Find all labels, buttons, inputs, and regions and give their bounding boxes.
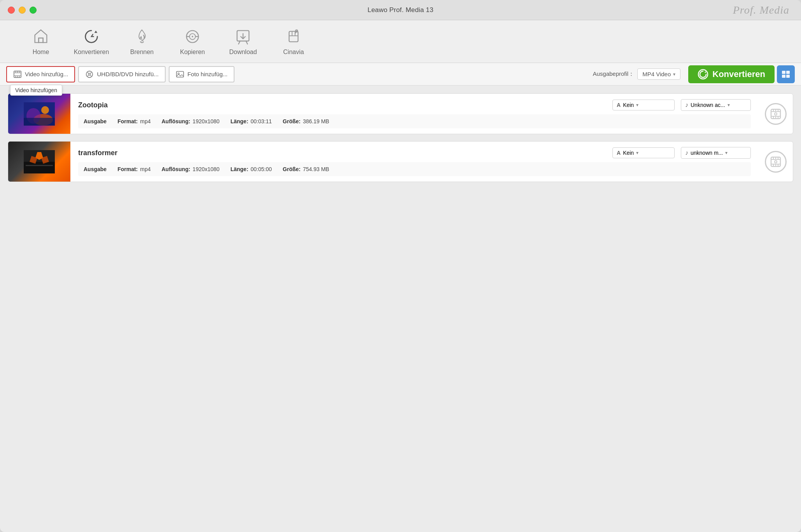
svg-rect-25: [177, 71, 184, 77]
main-toolbar: Home Konvertieren Brennen: [0, 20, 801, 63]
copy-icon: [184, 28, 201, 46]
video-add-container: Video hinzufüg... Video hinzufügen: [6, 66, 78, 82]
convert-icon: [82, 28, 100, 46]
file-details-zootopia: Ausgabe Format: mp4 Auflösung: 1920x1080…: [78, 114, 751, 128]
file-details-transformer: Ausgabe Format: mp4 Auflösung: 1920x1080…: [78, 162, 751, 176]
aufloesung-label: Auflösung:: [161, 118, 190, 124]
nav-brennen[interactable]: Brennen: [117, 24, 167, 59]
cinavia-icon: [285, 28, 303, 46]
minimize-button[interactable]: [19, 7, 26, 14]
subtitle-value-transformer: Kein: [623, 150, 634, 156]
nav-kopieren[interactable]: Kopieren: [167, 24, 218, 59]
home-icon: [32, 28, 50, 46]
duration-pair-2: Länge: 00:05:00: [231, 166, 272, 172]
nav-home[interactable]: Home: [16, 24, 66, 59]
close-button[interactable]: [8, 7, 15, 14]
add-uhd-button[interactable]: UHD/BD/DVD hinzufü...: [78, 66, 165, 82]
add-foto-button[interactable]: Foto hinzufüg...: [169, 66, 234, 82]
audio-value-zootopia: Unknown ac...: [691, 102, 725, 108]
groesse-label: Größe:: [283, 118, 301, 124]
size-value-zootopia: 386.19 MB: [303, 118, 329, 124]
add-foto-label: Foto hinzufüg...: [187, 71, 227, 77]
output-profile-label: Ausgabeprofil：: [593, 70, 634, 78]
svg-point-62: [775, 161, 777, 163]
format-label: Format:: [117, 118, 138, 124]
svg-point-3: [192, 36, 193, 37]
size-pair-2: Größe: 754.93 MB: [283, 166, 329, 172]
subtitle-dropdown-zootopia[interactable]: A Kein ▾: [612, 100, 675, 110]
laenge-label-2: Länge:: [231, 166, 248, 172]
nav-konvertieren-label: Konvertieren: [74, 49, 109, 56]
audio-arrow-2: ▾: [725, 150, 728, 156]
layout-toggle-button[interactable]: [777, 65, 795, 83]
subtitle-dropdown-transformer[interactable]: A Kein ▾: [612, 147, 675, 158]
file-name-zootopia: Zootopia: [78, 101, 606, 109]
file-info-transformer: transformer A Kein ▾ ♪ unknown m... ▾: [70, 142, 759, 182]
nav-cinavia-label: Cinavia: [283, 49, 304, 56]
svg-point-24: [89, 74, 90, 75]
output-profile-area: Ausgabeprofil： MP4 Video ▾: [593, 68, 680, 80]
svg-rect-0: [38, 38, 43, 42]
edit-button-transformer[interactable]: [765, 151, 787, 173]
nav-kopieren-label: Kopieren: [180, 49, 205, 56]
duration-value-zootopia: 00:03:11: [251, 118, 272, 124]
nav-download-label: Download: [229, 49, 257, 56]
svg-point-46: [775, 113, 777, 115]
edit-button-zootopia[interactable]: [765, 103, 787, 125]
audio-icon-2: ♪: [685, 149, 688, 156]
nav-konvertieren[interactable]: Konvertieren: [66, 24, 117, 59]
duration-value-transformer: 00:05:00: [251, 166, 272, 172]
add-video-button[interactable]: Video hinzufüg...: [6, 66, 75, 82]
resolution-pair: Auflösung: 1920x1080: [161, 118, 219, 124]
resolution-value-transformer: 1920x1080: [192, 166, 219, 172]
add-uhd-label: UHD/BD/DVD hinzufü...: [97, 71, 158, 77]
add-video-label: Video hinzufüg...: [25, 71, 68, 77]
profile-select[interactable]: MP4 Video ▾: [637, 68, 680, 80]
burn-icon: [133, 28, 151, 46]
subtitle-icon: A: [617, 102, 621, 108]
thumbnail-zootopia: [8, 94, 70, 134]
svg-rect-28: [782, 71, 785, 74]
app-logo: Prof. Media: [733, 4, 789, 16]
audio-arrow: ▾: [728, 102, 730, 108]
svg-point-35: [41, 106, 49, 114]
file-card-zootopia: Zootopia A Kein ▾ ♪ Unknown ac... ▾: [8, 93, 793, 134]
thumbnail-transformer: [8, 142, 70, 182]
konvertieren-label: Konvertieren: [712, 69, 765, 79]
ausgabe-label: Ausgabe: [84, 118, 107, 124]
svg-rect-36: [24, 118, 55, 126]
video-tooltip: Video hinzufügen: [10, 85, 62, 96]
format-label-2: Format:: [117, 166, 138, 172]
file-header-transformer: transformer A Kein ▾ ♪ unknown m... ▾: [78, 147, 751, 159]
maximize-button[interactable]: [30, 7, 37, 14]
resolution-pair-2: Auflösung: 1920x1080: [161, 166, 219, 172]
audio-dropdown-zootopia[interactable]: ♪ Unknown ac... ▾: [681, 99, 751, 111]
konvertieren-button[interactable]: Konvertieren: [688, 65, 775, 83]
svg-rect-48: [24, 162, 55, 173]
aufloesung-label-2: Auflösung:: [161, 166, 190, 172]
svg-rect-29: [786, 71, 790, 74]
svg-rect-30: [782, 75, 785, 78]
film-icon: [13, 70, 22, 79]
audio-dropdown-transformer[interactable]: ♪ unknown m... ▾: [681, 147, 751, 159]
nav-cinavia[interactable]: Cinavia: [268, 24, 319, 59]
profile-dropdown-arrow: ▾: [673, 72, 675, 77]
film-edit-icon: [770, 108, 782, 120]
file-header-zootopia: Zootopia A Kein ▾ ♪ Unknown ac... ▾: [78, 99, 751, 111]
audio-value-transformer: unknown m...: [691, 150, 723, 156]
format-pair-2: Format: mp4: [117, 166, 150, 172]
svg-rect-52: [26, 165, 53, 166]
subtitle-arrow: ▾: [636, 102, 638, 108]
layout-icon: [781, 70, 791, 79]
nav-brennen-label: Brennen: [130, 49, 154, 56]
format-value-zootopia: mp4: [140, 118, 150, 124]
nav-download[interactable]: Download: [218, 24, 268, 59]
traffic-lights: [8, 7, 37, 14]
subtitle-value-zootopia: Kein: [623, 102, 634, 108]
uhd-icon: [85, 70, 94, 79]
size-pair: Größe: 386.19 MB: [283, 118, 329, 124]
file-name-transformer: transformer: [78, 149, 606, 157]
file-card-transformer: transformer A Kein ▾ ♪ unknown m... ▾: [8, 141, 793, 182]
main-content: Zootopia A Kein ▾ ♪ Unknown ac... ▾: [0, 86, 801, 532]
svg-rect-7: [289, 31, 298, 42]
